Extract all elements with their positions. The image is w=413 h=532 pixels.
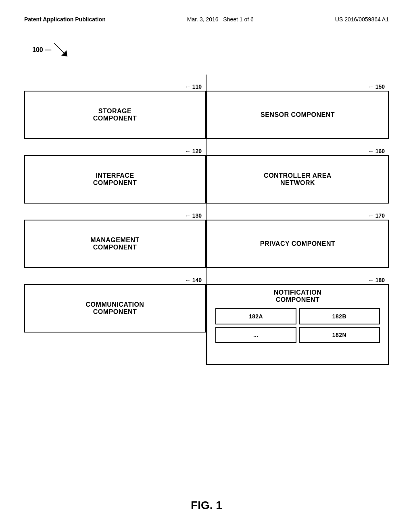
component-110-wrapper: ← 110 STORAGECOMPONENT: [24, 75, 206, 139]
component-150: SENSOR COMPONENT: [206, 91, 389, 139]
component-150-text: SENSOR COMPONENT: [261, 111, 335, 118]
component-120-wrapper: ← 120 INTERFACECOMPONENT: [24, 139, 206, 204]
ref-140: 140: [192, 277, 202, 283]
ref-140-label: ← 140: [24, 277, 206, 283]
component-120-text: INTERFACECOMPONENT: [93, 172, 137, 187]
component-110-text: STORAGECOMPONENT: [93, 108, 137, 122]
ref-180: 180: [375, 277, 385, 283]
bracket-arrow-180: ←: [368, 277, 374, 283]
bracket-arrow-160: ←: [368, 148, 374, 154]
system-ref: 100 —: [32, 42, 69, 58]
notif-sub-ellipsis: ...: [215, 327, 296, 343]
bracket-arrow-150: ←: [368, 83, 374, 90]
ref-150-label: ← 150: [206, 83, 389, 90]
component-150-wrapper: ← 150 SENSOR COMPONENT: [206, 75, 389, 139]
figure-label: FIG. 1: [0, 499, 413, 512]
ref-170-label: ← 170: [206, 212, 389, 219]
component-140-text: COMMUNICATIONCOMPONENT: [86, 301, 144, 316]
bracket-arrow-140: ←: [185, 277, 191, 283]
col-left: ← 110 STORAGECOMPONENT ← 120 INTERFACECO…: [24, 75, 206, 365]
notif-sub-182a: 182A: [215, 308, 296, 324]
col-right: ← 150 SENSOR COMPONENT ← 160 CONTROLLER …: [206, 75, 389, 365]
ref-130-label: ← 130: [24, 212, 206, 219]
ref-160-label: ← 160: [206, 148, 389, 154]
component-170: PRIVACY COMPONENT: [206, 220, 389, 268]
ref-170: 170: [375, 212, 385, 219]
component-130-wrapper: ← 130 MANAGEMENTCOMPONENT: [24, 204, 206, 268]
component-120: INTERFACECOMPONENT: [24, 155, 206, 204]
header-center: Mar. 3, 2016 Sheet 1 of 6: [187, 16, 254, 23]
diagram: ← 110 STORAGECOMPONENT ← 120 INTERFACECO…: [24, 75, 389, 365]
ref-180-label: ← 180: [206, 277, 389, 283]
component-130: MANAGEMENTCOMPONENT: [24, 220, 206, 268]
notif-sub-182n: 182N: [299, 327, 380, 343]
ref-120: 120: [192, 148, 202, 154]
ref-110-label: ← 110: [24, 83, 206, 90]
bracket-arrow-110: ←: [185, 83, 191, 90]
ref-130: 130: [192, 212, 202, 219]
bracket-arrow-170: ←: [368, 212, 374, 219]
ref-120-label: ← 120: [24, 148, 206, 154]
notif-sub-grid: 182A 182B ... 182N: [214, 308, 382, 343]
header: Patent Application Publication Mar. 3, 2…: [24, 16, 389, 23]
component-160-wrapper: ← 160 CONTROLLER AREANETWORK: [206, 139, 389, 204]
component-180-title: NOTIFICATIONCOMPONENT: [214, 289, 382, 303]
columns: ← 110 STORAGECOMPONENT ← 120 INTERFACECO…: [24, 75, 389, 365]
header-left: Patent Application Publication: [24, 16, 106, 23]
ref-160: 160: [375, 148, 385, 154]
component-180: NOTIFICATIONCOMPONENT 182A 182B ... 182N: [206, 284, 389, 365]
component-160-text: CONTROLLER AREANETWORK: [264, 172, 332, 187]
component-180-wrapper: ← 180 NOTIFICATIONCOMPONENT 182A 182B ..…: [206, 268, 389, 365]
notif-sub-182b: 182B: [299, 308, 380, 324]
component-140-wrapper: ← 140 COMMUNICATIONCOMPONENT: [24, 268, 206, 332]
component-140: COMMUNICATIONCOMPONENT: [24, 284, 206, 332]
component-170-text: PRIVACY COMPONENT: [260, 240, 336, 247]
bracket-arrow-120: ←: [185, 148, 191, 154]
ref-150: 150: [375, 83, 385, 90]
component-110: STORAGECOMPONENT: [24, 91, 206, 139]
component-170-wrapper: ← 170 PRIVACY COMPONENT: [206, 204, 389, 268]
component-130-text: MANAGEMENTCOMPONENT: [90, 237, 139, 251]
bracket-arrow-130: ←: [185, 212, 191, 219]
system-ref-arrow: [53, 42, 69, 58]
header-right: US 2016/0059864 A1: [335, 16, 389, 23]
component-160: CONTROLLER AREANETWORK: [206, 155, 389, 204]
page: Patent Application Publication Mar. 3, 2…: [0, 0, 413, 532]
ref-110: 110: [192, 83, 202, 90]
